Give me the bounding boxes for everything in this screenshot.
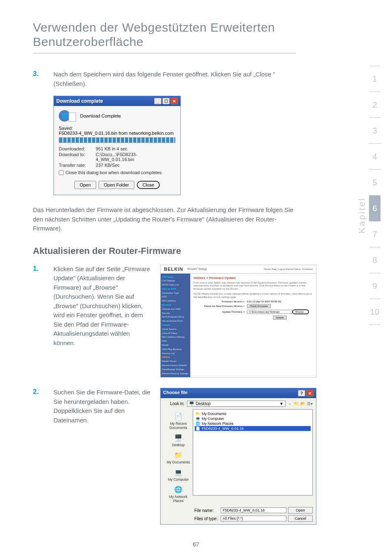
network-icon: 🌐	[173, 484, 184, 495]
tab-7[interactable]: 7	[372, 221, 377, 247]
help-icon[interactable]: ?	[298, 390, 305, 396]
open-button[interactable]: Open	[288, 507, 313, 514]
sidebar-wireless[interactable]: Wireless	[162, 303, 189, 307]
sidebar-wan-ping[interactable]: WAN Ping Blocking	[162, 348, 189, 351]
mydocs-icon: 📁	[173, 449, 184, 460]
tab-1[interactable]: 1	[372, 66, 377, 92]
download-complete-dialog: Download complete _ ☐ ✕ 🌐 Download Compl…	[53, 96, 181, 195]
tab-6-active[interactable]: 6	[369, 196, 380, 221]
sidebar-sec-log[interactable]: Security Log	[162, 352, 189, 355]
filename-input[interactable]	[221, 507, 286, 513]
step-2-text: Suchen Sie die Firmware-Datei, die Sie h…	[53, 388, 152, 425]
sidebar-client-ip[interactable]: Client IP Filters	[162, 332, 189, 335]
tab-8[interactable]: 8	[372, 247, 377, 273]
open-button[interactable]: Open	[74, 181, 96, 189]
chevron-down-icon: ▼	[279, 401, 284, 406]
tab-5[interactable]: 5	[372, 170, 377, 195]
recent-icon: 📄	[173, 411, 184, 422]
minimize-icon[interactable]: _	[154, 98, 161, 104]
sidebar-lan-setup[interactable]: LAN Setup	[162, 275, 189, 279]
list-item: 📁My Documents	[195, 411, 311, 416]
folder-icon: 📁	[196, 412, 200, 416]
places-bar: 📄 My Recent Documents 🖥️ Desktop 📁 My Do…	[164, 409, 193, 505]
new-folder-icon[interactable]: 📂	[300, 401, 305, 406]
sidebar-wps[interactable]: Wi-Fi Protected Setup	[162, 315, 189, 319]
list-item-selected: 📄F5D8233-4_WW_0.01.16	[195, 426, 311, 431]
page-number: 67	[193, 541, 199, 548]
belkin-admin-panel: BELKIN Router Setup Home | Help | Logout…	[160, 265, 316, 378]
sidebar-dns[interactable]: DNS	[162, 295, 189, 299]
rate-value: 237 KB/Sec	[96, 163, 175, 168]
sidebar-guest[interactable]: Use as Access Point	[162, 319, 189, 323]
lookin-label: Look in:	[164, 401, 184, 406]
sidebar-conn-type[interactable]: Connection Type	[162, 291, 189, 295]
section-heading: Aktualisieren der Router-Firmware	[33, 246, 296, 256]
sidebar-restart[interactable]: Restart Router	[162, 360, 189, 363]
up-folder-icon[interactable]: 📁	[294, 401, 299, 406]
close-when-done-label: Close this dialog box when download comp…	[65, 170, 161, 175]
choose-file-dialog: Choose file ? ✕ Look in: 🖥️ Desktop ▼	[160, 388, 316, 525]
lookin-dropdown[interactable]: 🖥️ Desktop ▼	[187, 401, 286, 407]
list-item: 🌐My Network Places	[195, 421, 311, 426]
place-mydocs[interactable]: 📁 My Documents	[167, 449, 190, 464]
place-desktop[interactable]: 🖥️ Desktop	[172, 432, 184, 447]
tab-3[interactable]: 3	[372, 118, 377, 143]
fw-version-value: 0.01.13 (Apr 14 2007 00:33:14)	[247, 300, 281, 303]
page-heading: Verwenden der Webgestützten Erweiterten …	[33, 21, 296, 53]
sidebar-lan-settings[interactable]: LAN Settings	[162, 279, 189, 283]
file-icon: 📄	[196, 426, 200, 431]
tab-2[interactable]: 2	[372, 92, 377, 118]
step-3-text: Nach dem Speichern wird das folgende Fen…	[53, 70, 296, 88]
tab-4[interactable]: 4	[372, 144, 377, 169]
step-3-number: 3.	[33, 70, 53, 88]
body-paragraph: Das Herunterladen der Firmware ist abges…	[33, 205, 296, 233]
belkin-sidebar: LAN Setup LAN Settings DHCP Client List …	[161, 274, 190, 378]
maximize-icon[interactable]: ☐	[162, 98, 170, 104]
downloaded-value: 951 KB in 4 sec	[96, 146, 175, 151]
sidebar-internet-wan[interactable]: Internet WAN	[162, 287, 189, 291]
sidebar-restore-prev[interactable]: Restore Previous Settings	[162, 372, 189, 376]
document-icon	[69, 113, 76, 122]
place-network[interactable]: 🌐 My Network Places	[164, 484, 193, 503]
sidebar-security[interactable]: Security	[162, 311, 189, 315]
sidebar-firewall[interactable]: Firewall	[162, 323, 189, 327]
cancel-button[interactable]: Cancel	[288, 515, 313, 522]
file-list[interactable]: 📁My Documents 💻My Computer 🌐My Network P…	[193, 409, 313, 495]
close-icon[interactable]: ✕	[171, 98, 178, 104]
sidebar-save-backup[interactable]: Save/Backup Settings	[162, 368, 189, 371]
open-folder-button[interactable]: Open Folder	[99, 181, 134, 189]
sidebar-restore-factory[interactable]: Restore Factory Defaults	[162, 364, 189, 367]
downloadto-value: C:\Docu...\F5D8233-4_WW_0.01.16.bin	[96, 152, 175, 162]
sidebar-dhcp[interactable]: DHCP Client List	[162, 283, 189, 287]
filetype-select[interactable]	[221, 516, 286, 521]
dialog-title: Download complete	[56, 98, 103, 104]
views-icon[interactable]: ☰▾	[307, 401, 313, 406]
place-recent[interactable]: 📄 My Recent Documents	[164, 411, 193, 430]
downloadto-label: Download to:	[59, 152, 96, 162]
sidebar-ddns[interactable]: DDNS	[162, 343, 189, 347]
close-when-done-checkbox[interactable]	[59, 170, 64, 175]
computer-icon: 💻	[196, 417, 200, 421]
breadcrumb: Utilities > Firmware Update	[194, 276, 313, 280]
firmware-path-input[interactable]	[247, 310, 292, 314]
update-button[interactable]: Update	[273, 316, 286, 320]
belkin-subtitle: Router Setup	[187, 267, 207, 271]
check-fw-label: Check for New Firmware Version >	[194, 305, 247, 307]
sidebar-virtual[interactable]: Virtual Servers	[162, 327, 189, 331]
close-button[interactable]: Close	[137, 181, 160, 189]
check-firmware-button[interactable]: Check Firmware	[247, 304, 271, 308]
browse-button[interactable]: Browse...	[292, 309, 309, 314]
back-icon[interactable]: ←	[288, 401, 292, 406]
tab-9[interactable]: 9	[372, 273, 377, 299]
sidebar-channel[interactable]: Channel and SSID	[162, 307, 189, 311]
sidebar-dmz[interactable]: DMZ	[162, 339, 189, 343]
belkin-desc1: From time to time, Belkin may release ne…	[194, 281, 313, 291]
place-mycomp[interactable]: 💻 My Computer	[168, 467, 189, 482]
sidebar-mac-filter[interactable]: MAC Address Filtering	[162, 335, 189, 339]
desktop-icon: 🖥️	[173, 432, 184, 443]
tab-10[interactable]: 10	[370, 299, 379, 325]
downloaded-label: Downloaded:	[59, 146, 96, 151]
sidebar-mac[interactable]: MAC Address	[162, 299, 189, 303]
close-icon[interactable]: ✕	[306, 390, 314, 396]
sidebar-utilities[interactable]: Utilities	[162, 355, 189, 359]
